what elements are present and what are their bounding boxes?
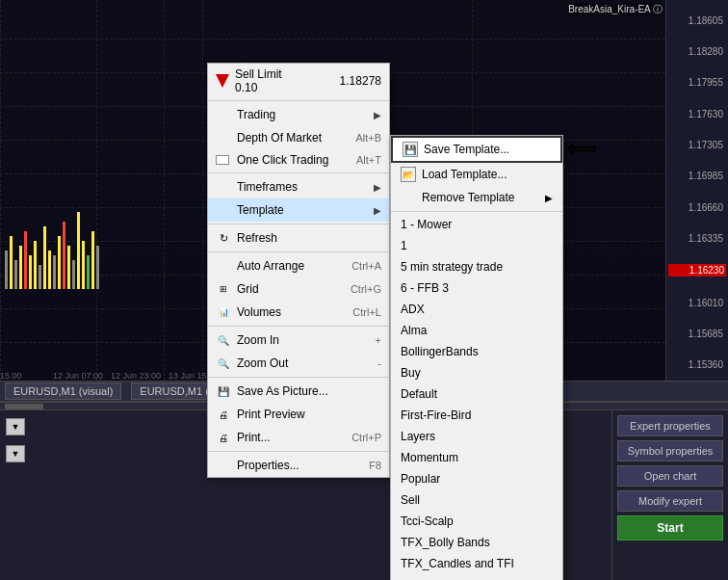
- properties-shortcut: F8: [369, 460, 381, 471]
- template-mower[interactable]: 1 - Mower: [391, 214, 562, 235]
- timeframes-arrow: ▶: [374, 182, 381, 193]
- template-sell[interactable]: Sell: [391, 489, 562, 511]
- auto-arrange-menu-item[interactable]: Auto Arrange Ctrl+A: [208, 254, 389, 277]
- one-click-icon: [216, 155, 229, 165]
- price-level: 1.16010: [668, 298, 726, 308]
- volumes-label: Volumes: [237, 305, 327, 319]
- menu-separator: [208, 100, 389, 101]
- properties-icon: [216, 458, 231, 473]
- template-arrow: ▶: [374, 205, 381, 216]
- auto-arrange-label: Auto Arrange: [237, 259, 326, 273]
- open-chart-button[interactable]: Open chart: [617, 465, 723, 487]
- auto-arrange-icon: [216, 258, 231, 274]
- bottom-right-panel: Expert properties Symbol properties Open…: [612, 410, 728, 580]
- template-layers[interactable]: Layers: [391, 426, 562, 447]
- template-bollinger[interactable]: BollingerBands: [391, 341, 562, 362]
- template-tfx-bolly[interactable]: TFX_Bolly Bands: [391, 532, 562, 553]
- auto-arrange-shortcut: Ctrl+A: [351, 260, 381, 272]
- grid-label: Grid: [237, 282, 325, 296]
- dropdown-arrow2[interactable]: ▼: [6, 445, 25, 462]
- price-level: 1.15360: [668, 359, 726, 370]
- grid-shortcut: Ctrl+G: [351, 283, 381, 295]
- one-click-trading-menu-item[interactable]: One Click Trading Alt+T: [208, 149, 389, 171]
- zoom-in-label: Zoom In: [237, 333, 351, 347]
- template-adx[interactable]: ADX: [391, 299, 562, 320]
- trading-arrow: ▶: [374, 110, 381, 120]
- zoom-in-menu-item[interactable]: 🔍 Zoom In +: [208, 329, 389, 352]
- tfx-bolly-label: TFX_Bolly Bands: [401, 536, 490, 549]
- refresh-icon: ↻: [216, 230, 231, 246]
- default-label: Default: [401, 387, 437, 401]
- template-default[interactable]: Default: [391, 383, 562, 405]
- template-tcci[interactable]: Tcci-Scalp: [391, 511, 562, 532]
- remove-template-icon: [401, 190, 416, 205]
- volumes-menu-item[interactable]: 📊 Volumes Ctrl+L: [208, 301, 389, 324]
- template-icon: [216, 202, 231, 218]
- price-level: 1.17305: [668, 140, 726, 150]
- grid-line: [0, 39, 665, 40]
- zoom-out-menu-item[interactable]: 🔍 Zoom Out -: [208, 352, 389, 375]
- menu-separator: [208, 326, 389, 327]
- current-price: 1.16230: [668, 264, 726, 277]
- timeframes-menu-item[interactable]: Timeframes ▶: [208, 175, 389, 198]
- status-tab-visual[interactable]: EURUSD,M1 (visual): [5, 382, 121, 400]
- time-label: 15:00: [0, 371, 22, 381]
- save-picture-menu-item[interactable]: 💾 Save As Picture...: [208, 380, 389, 403]
- save-template-label: Save Template...: [424, 143, 509, 156]
- template-tfx-candles[interactable]: TFX_Candles and TFI: [391, 553, 562, 574]
- depth-of-market-menu-item[interactable]: Depth Of Market Alt+B: [208, 126, 389, 149]
- strategy-label: 5 min strategy trade: [401, 260, 503, 274]
- dropdown-arrow[interactable]: ▼: [6, 418, 25, 435]
- template-ffb3[interactable]: 6 - FFB 3: [391, 277, 562, 299]
- price-axis: 1.18605 1.18280 1.17955 1.17630 1.17305 …: [665, 0, 728, 385]
- adx-label: ADX: [401, 303, 425, 316]
- template-first-fire-bird[interactable]: First-Fire-Bird: [391, 405, 562, 426]
- time-label: 12 Jun 07:00: [53, 371, 103, 381]
- print-preview-menu-item[interactable]: 🖨 Print Preview: [208, 403, 389, 426]
- ea-badge: BreakAsia_Kira-EA ⓘ: [568, 3, 663, 16]
- price-level: 1.17630: [668, 109, 726, 119]
- save-template-icon: 💾: [403, 142, 418, 157]
- template-momentum[interactable]: Momentum: [391, 447, 562, 468]
- print-label: Print...: [237, 431, 326, 444]
- time-divider: [0, 0, 1, 381]
- start-button[interactable]: Start: [617, 515, 723, 540]
- properties-label: Properties...: [237, 459, 344, 472]
- template-buy[interactable]: Buy: [391, 362, 562, 383]
- load-template-item[interactable]: 📂 Load Template...: [391, 163, 562, 186]
- grid-icon: ⊞: [216, 281, 231, 297]
- trading-menu-item[interactable]: Trading ▶: [208, 103, 389, 126]
- refresh-menu-item[interactable]: ↻ Refresh: [208, 226, 389, 250]
- modify-expert-button[interactable]: Modify expert: [617, 490, 723, 512]
- template-tfx-classic[interactable]: TFX_Classic TA: [391, 574, 562, 580]
- price-level: 1.16660: [668, 202, 726, 213]
- time-divider: [202, 0, 203, 381]
- template-menu-item[interactable]: Template ▶: [208, 198, 389, 222]
- load-template-icon: 📂: [401, 167, 416, 182]
- status-tab-m1[interactable]: EURUSD,M1 (: [131, 382, 218, 400]
- template-strategy[interactable]: 5 min strategy trade: [391, 256, 562, 277]
- volumes-icon: 📊: [216, 304, 231, 320]
- symbol-properties-button[interactable]: Symbol properties: [617, 440, 723, 461]
- remove-template-item[interactable]: Remove Template ▶: [391, 186, 562, 209]
- zoom-out-shortcut: -: [377, 357, 381, 369]
- menu-separator: [208, 172, 389, 173]
- save-template-item[interactable]: 💾 Save Template... ⟸: [391, 136, 562, 163]
- time-divider: [96, 0, 97, 381]
- tfx-candles-label: TFX_Candles and TFI: [401, 557, 514, 570]
- first-fire-bird-label: First-Fire-Bird: [401, 409, 471, 422]
- template-popular[interactable]: Popular: [391, 468, 562, 489]
- expert-properties-button[interactable]: Expert properties: [617, 415, 723, 436]
- depth-icon: [216, 130, 231, 145]
- properties-menu-item[interactable]: Properties... F8: [208, 454, 389, 477]
- template-alma[interactable]: Alma: [391, 320, 562, 341]
- load-template-label: Load Template...: [422, 168, 507, 181]
- grid-menu-item[interactable]: ⊞ Grid Ctrl+G: [208, 277, 389, 301]
- sell-limit-header: Sell Limit 0.10 1.18278: [208, 64, 389, 98]
- tcci-label: Tcci-Scalp: [401, 514, 454, 528]
- print-menu-item[interactable]: 🖨 Print... Ctrl+P: [208, 426, 389, 449]
- ffb3-label: 6 - FFB 3: [401, 281, 449, 295]
- template-label: Template: [237, 203, 368, 217]
- template-1[interactable]: 1: [391, 235, 562, 256]
- menu-separator: [208, 451, 389, 452]
